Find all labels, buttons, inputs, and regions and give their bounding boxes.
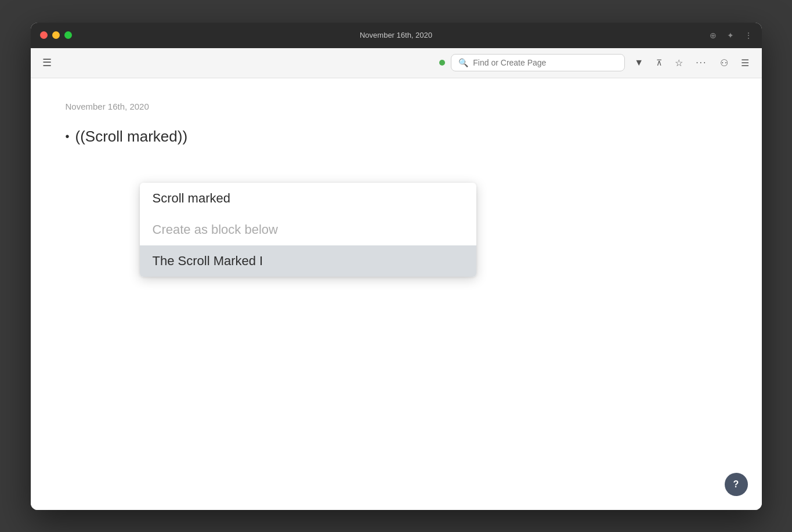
outline-icon: ☰: [741, 57, 749, 68]
dropdown-item-create-block[interactable]: Create as block below: [140, 214, 476, 245]
filter-icon: ▼: [634, 57, 643, 68]
dropdown-item-the-scroll-marked[interactable]: The Scroll Marked I: [140, 245, 476, 277]
more-options-button[interactable]: ···: [692, 55, 710, 70]
dropdown-item-scroll-marked[interactable]: Scroll marked: [140, 183, 476, 214]
titlebar-actions: ⊕ ✦ ⋮: [710, 31, 753, 40]
search-input[interactable]: [473, 58, 617, 67]
dropdown-item-label: Scroll marked: [153, 191, 230, 205]
bullet-dot: •: [66, 130, 70, 143]
filter-button[interactable]: ▼: [631, 55, 647, 70]
traffic-lights: [40, 31, 72, 39]
dropdown-item-label: The Scroll Marked I: [153, 254, 263, 268]
help-icon: ?: [733, 479, 739, 490]
filter-alt-button[interactable]: ⊼: [653, 56, 666, 70]
more-options-icon: ···: [696, 57, 707, 68]
bullet-text[interactable]: ((Scroll marked)): [75, 128, 188, 146]
main-content: November 16th, 2020 • ((Scroll marked)) …: [31, 78, 762, 510]
search-icon: 🔍: [458, 58, 468, 67]
close-button[interactable]: [40, 31, 48, 39]
star-icon: ☆: [675, 57, 683, 68]
toolbar-right: 🔍 ▼ ⊼ ☆ ··· ⚇ ☰: [439, 54, 752, 71]
outline-button[interactable]: ☰: [737, 55, 753, 71]
hamburger-icon: ☰: [42, 57, 52, 68]
more-icon[interactable]: ⋮: [744, 31, 753, 40]
person-icon: ⚇: [720, 57, 728, 68]
zoom-icon[interactable]: ⊕: [710, 31, 717, 40]
person-button[interactable]: ⚇: [717, 55, 732, 71]
autocomplete-dropdown: Scroll marked Create as block below The …: [140, 183, 476, 277]
status-dot: [439, 60, 445, 66]
minimize-button[interactable]: [52, 31, 60, 39]
star-button[interactable]: ☆: [671, 55, 686, 71]
page-date: November 16th, 2020: [66, 102, 727, 111]
help-button[interactable]: ?: [725, 473, 748, 496]
titlebar: November 16th, 2020 ⊕ ✦ ⋮: [31, 23, 762, 48]
fullscreen-button[interactable]: [64, 31, 72, 39]
filter-alt-icon: ⊼: [656, 58, 662, 67]
toolbar: ☰ 🔍 ▼ ⊼ ☆ ··· ⚇ ☰: [31, 48, 762, 78]
app-window: November 16th, 2020 ⊕ ✦ ⋮ ☰ 🔍 ▼ ⊼ ☆: [31, 23, 762, 510]
hamburger-button[interactable]: ☰: [40, 54, 54, 71]
dropdown-item-label: Create as block below: [153, 222, 278, 237]
search-bar[interactable]: 🔍: [451, 54, 625, 71]
pin-icon[interactable]: ✦: [727, 31, 734, 40]
bullet-line: • ((Scroll marked)): [66, 128, 727, 146]
titlebar-title: November 16th, 2020: [360, 31, 432, 39]
